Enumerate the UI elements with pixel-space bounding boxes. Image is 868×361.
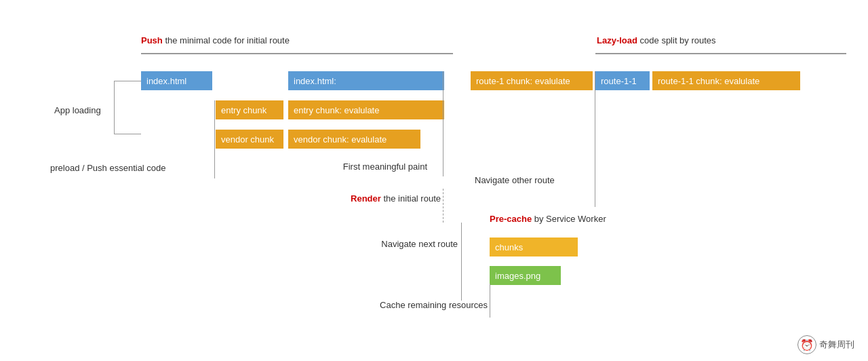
lazy-separator (595, 53, 846, 54)
vendor-chunk-block: vendor chunk (216, 130, 283, 149)
lazy-header: Lazy-load code split by routes (597, 35, 716, 45)
navigate-other-label: Navigate other route (475, 175, 555, 185)
preload-label: preload / Push essential code (50, 163, 166, 173)
chunks-block: chunks (490, 238, 578, 256)
entry-chunk-eval-block: entry chunk: evalulate (288, 100, 444, 119)
vendor-chunk-eval-block: vendor chunk: evalulate (288, 130, 420, 149)
images-png-block: images.png (490, 266, 561, 285)
push-header: Push the minimal code for initial route (141, 35, 290, 45)
preload-vline (214, 100, 215, 178)
app-loading-vline (114, 81, 115, 134)
route11-chunk-block: route-1-1 chunk: evalulate (652, 71, 800, 90)
render-vline (443, 189, 443, 223)
entry-chunk-block: entry chunk (216, 100, 283, 119)
push-separator (141, 53, 453, 54)
app-loading-hline-bottom (114, 134, 141, 134)
index-html-block-1: index.html (141, 71, 212, 90)
first-paint-label: First meaningful paint (305, 162, 427, 172)
first-paint-vline (443, 71, 443, 176)
navigate-next-label: Navigate next route (332, 239, 458, 249)
pre-cache-label: Pre-cache by Service Worker (490, 214, 606, 224)
cache-remaining-label: Cache remaining resources (335, 300, 488, 310)
navigate-next-vline (461, 223, 462, 301)
diagram: Push the minimal code for initial route … (0, 0, 868, 361)
cache-remaining-vline (490, 284, 490, 318)
route1-chunk-block: route-1 chunk: evalulate (471, 71, 593, 90)
logo-icon: ⏰ (797, 335, 816, 354)
app-loading-label: App loading (54, 105, 101, 115)
route11-block: route-1-1 (595, 71, 650, 90)
app-loading-hline-top (114, 81, 141, 81)
index-html-block-2: index.html: (288, 71, 444, 90)
render-label: Render the initial route (326, 193, 441, 204)
navigate-other-vline (595, 71, 595, 207)
logo: ⏰ 奇舞周刊 (797, 335, 854, 354)
